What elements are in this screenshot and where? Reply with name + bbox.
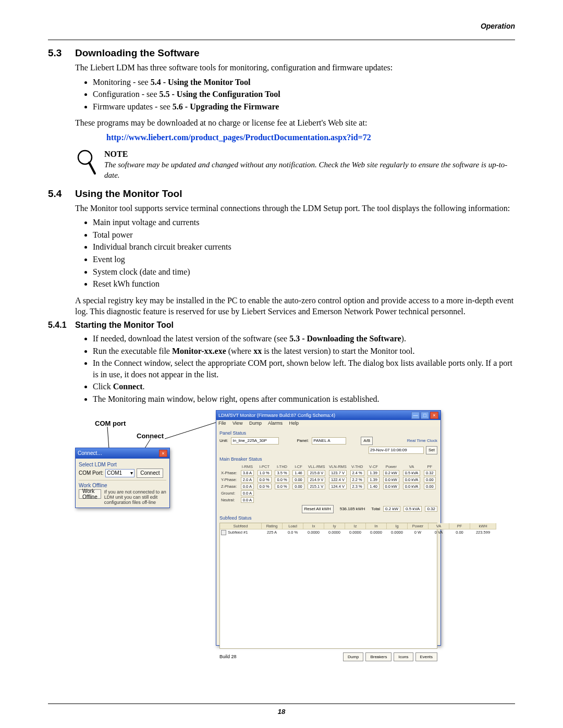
s54-info-list: Main input voltage and currents Total po… [75, 217, 515, 290]
s54-para2: A special registry key may be installed … [75, 295, 515, 317]
select-ldm-port-label: Select LDM Port [79, 462, 166, 467]
download-link[interactable]: http://www.liebert.com/product_pages/Pro… [75, 132, 515, 143]
minimize-icon[interactable]: — [411, 412, 420, 419]
kwh-value: 536.185 kWH [340, 507, 365, 511]
main-breaker-label: Main Breaker Status [219, 456, 437, 462]
section-title-5-4: Using the Monitor Tool [75, 188, 182, 200]
footer-dump-button[interactable]: Dump [343, 652, 363, 661]
work-offline-text: If you are not connected to an LDM unit … [104, 489, 166, 505]
s53-b1: Monitoring - see 5.4 - Using the Monitor… [93, 77, 515, 88]
s541-bullet-list: If needed, download the latest version o… [75, 333, 515, 405]
panel-label: Panel: [297, 438, 309, 443]
main-breaker-table: I-RMSI-PCTI-THDI-CFVLL-RMSVLN-RMSV-THDV-… [219, 464, 437, 503]
s53-intro: The Liebert LDM has three software tools… [75, 62, 515, 73]
top-rule [48, 40, 515, 40]
close-icon[interactable]: × [430, 412, 438, 419]
connect-button[interactable]: Connect [137, 468, 163, 478]
s54-intro: The Monitor tool supports service termin… [75, 203, 515, 214]
s53-b2: Configuration - see 5.5 - Using the Conf… [93, 89, 515, 100]
build-label: Build 28 [219, 654, 237, 659]
reset-kwh-button[interactable]: Reset All kWH [302, 505, 334, 513]
section-number-5-4: 5.4 [48, 188, 75, 200]
chevron-down-icon: ▾ [130, 470, 133, 476]
note-heading: NOTE [104, 149, 515, 160]
footer-icons-button[interactable]: Icons [394, 652, 413, 661]
list-item: Reset kWh function [93, 278, 515, 290]
s53-b3: Firmware updates - see 5.6 - Upgrading t… [93, 101, 515, 113]
panel-status-label: Panel Status [219, 430, 437, 436]
subfeed-list: SubfeedRatingLoadIxIyIzInIgPowerVAPFkWH … [219, 523, 437, 649]
footer-events-button[interactable]: Events [415, 652, 437, 661]
list-item: If needed, download the latest version o… [93, 333, 515, 344]
work-offline-button[interactable]: Work Offline [79, 489, 101, 499]
total-power: 0.2 kW [383, 506, 400, 512]
section-title-5-3: Downloading the Software [75, 47, 200, 59]
subfeed-status-label: Subfeed Status [219, 515, 437, 521]
set-clock-button[interactable]: Set [426, 446, 437, 454]
com-port-select[interactable]: COM1 ▾ [105, 469, 134, 477]
close-icon[interactable]: × [159, 450, 167, 457]
callout-com-port: COM port [95, 419, 126, 427]
note-body: The software may be updated and changed … [104, 159, 515, 181]
screenshots-area: COM port Connect Connect… × Select LDM P… [75, 410, 515, 650]
menu-dump[interactable]: Dump [249, 421, 262, 426]
panel-value: PANEL A [312, 437, 346, 445]
list-item: Total power [93, 229, 515, 241]
list-item: In the Connect window, select the approp… [93, 357, 515, 380]
s53-p2: These programs may be downloaded at no c… [75, 117, 515, 129]
list-item: Individual branch circuit breaker curren… [93, 241, 515, 253]
section-number-5-4-1: 5.4.1 [48, 320, 75, 330]
s53-bullet-list: Monitoring - see 5.4 - Using the Monitor… [75, 77, 515, 113]
page-number: 18 [0, 708, 563, 715]
connect-dialog: Connect… × Select LDM Port COM Port: COM… [75, 448, 170, 508]
menu-file[interactable]: File [218, 421, 226, 426]
list-item: System clock (date and time) [93, 266, 515, 278]
list-item: The Monitoring main window, below right,… [93, 393, 515, 405]
subfeed-item[interactable]: Subfeed #1 [220, 529, 262, 536]
rtc-value: 29-Nov-07 10:06:09 [369, 447, 424, 454]
bottom-rule [48, 704, 515, 704]
menu-alarms[interactable]: Alarms [268, 421, 283, 426]
unit-value: In_line_225A_30P [231, 437, 279, 445]
total-pf: 0.32 [425, 506, 437, 512]
work-offline-label: Work Offline [79, 483, 166, 488]
list-item: Event log [93, 254, 515, 265]
unit-label: Unit: [219, 438, 228, 443]
menu-view[interactable]: View [232, 421, 242, 426]
menubar: File View Dump Alarms Help [216, 420, 440, 426]
list-item: Main input voltage and currents [93, 217, 515, 228]
ab-toggle-button[interactable]: A/B [361, 437, 373, 445]
running-header: Operation [48, 22, 515, 30]
rtc-label: Real Time Clock [407, 438, 437, 443]
magnifier-icon [75, 149, 98, 180]
connect-dialog-title: Connect… [78, 450, 102, 456]
section-number-5-3: 5.3 [48, 47, 75, 59]
total-va: 0.5 kVA [403, 506, 422, 512]
section-title-5-4-1: Starting the Monitor Tool [75, 320, 174, 330]
menu-help[interactable]: Help [289, 421, 299, 426]
maximize-icon[interactable]: □ [421, 412, 429, 419]
list-item: Run the executable file Monitor-xx.exe (… [93, 346, 515, 357]
svg-line-1 [89, 163, 95, 174]
com-port-label: COM Port: [79, 470, 103, 476]
monitor-window: LDM/SVT Monitor (Firmware Build:87 Confi… [216, 410, 441, 646]
callout-connect: Connect [137, 432, 164, 440]
total-label: Total [371, 507, 380, 511]
list-item: Click Connect. [93, 381, 515, 392]
monitor-title: LDM/SVT Monitor (Firmware Build:87 Confi… [218, 413, 335, 418]
footer-breakers-button[interactable]: Breakers [365, 652, 391, 661]
